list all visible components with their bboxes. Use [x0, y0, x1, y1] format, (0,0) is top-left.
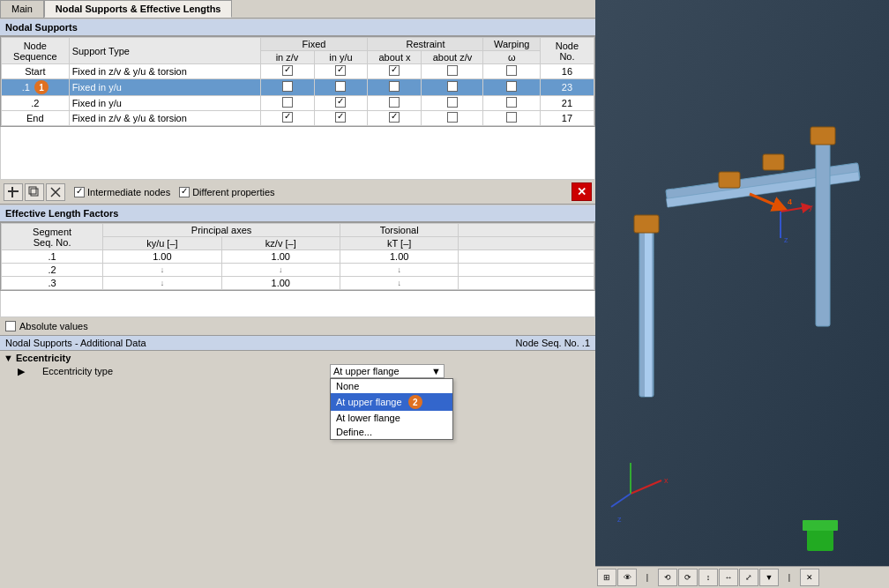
col-kzv: kz/v [–] [221, 237, 340, 250]
checkbox-rest-zv[interactable] [447, 81, 458, 92]
col-kyu: ky/u [–] [103, 237, 221, 250]
3d-tool-1[interactable]: ⊞ [597, 569, 616, 586]
3d-tool-5[interactable]: ↕ [698, 569, 718, 586]
3d-tool-8[interactable]: ✕ [800, 569, 819, 586]
svg-rect-33 [807, 529, 833, 551]
checkbox-rest-x[interactable] [389, 81, 400, 92]
dropdown-arrow-icon: ▼ [431, 366, 441, 376]
table-row[interactable]: .2 Fixed in y/u 21 [2, 96, 594, 111]
table-row[interactable]: .2 ↓ ↓ ↓ [2, 264, 594, 277]
svg-text:x: x [664, 476, 669, 485]
checkbox-rest-zv[interactable] [447, 65, 458, 76]
col-warp-omega: ω [483, 51, 540, 64]
col-support-type: Support Type [69, 38, 260, 64]
checkbox-fixed-yu[interactable] [335, 112, 346, 123]
add-row-button[interactable] [4, 183, 23, 201]
table-row[interactable]: .1 1.00 1.00 1.00 [2, 250, 594, 264]
checkbox-fixed-zv[interactable] [282, 65, 293, 76]
col-restraint-group: Restraint [368, 38, 483, 51]
eccentricity-row: ▶ Eccentricity type At upper flange ▼ No… [18, 363, 592, 379]
tab-bar: Main Nodal Supports & Effective Lengths [0, 0, 595, 19]
checkbox-fixed-zv[interactable] [282, 81, 293, 92]
eccentricity-dropdown[interactable]: At upper flange ▼ None At upper flange 2… [330, 364, 444, 378]
left-panel: Main Nodal Supports & Effective Lengths … [0, 0, 595, 588]
different-properties-checkbox[interactable] [179, 187, 190, 197]
dropdown-option-lower-flange[interactable]: At lower flange [331, 411, 452, 425]
checkbox-warp[interactable] [506, 65, 517, 76]
additional-data-title: Nodal Supports - Additional Data [5, 338, 146, 348]
collapse-icon: ▼ [4, 353, 13, 363]
intermediate-nodes-label[interactable]: Intermediate nodes [74, 187, 170, 197]
nodal-supports-section: NodeSequence Support Type Fixed Restrain… [0, 36, 595, 127]
delete-button[interactable] [46, 183, 65, 201]
table-row[interactable]: .3 ↓ 1.00 ↓ [2, 277, 594, 290]
checkbox-rest-x[interactable] [389, 65, 400, 76]
table-row[interactable]: .1 1 Fixed in y/u 23 [2, 79, 594, 96]
dropdown-option-define[interactable]: Define... [331, 425, 452, 439]
dropdown-option-upper-flange[interactable]: At upper flange 2 [331, 393, 452, 411]
svg-rect-1 [11, 187, 13, 197]
additional-data-header: Nodal Supports - Additional Data Node Se… [0, 336, 595, 351]
effective-length-section: SegmentSeq. No. Principal axes Torsional… [0, 222, 595, 291]
checkbox-fixed-yu[interactable] [335, 65, 346, 76]
table-row[interactable]: Start Fixed in z/v & y/u & torsion 16 [2, 64, 594, 79]
checkbox-rest-x[interactable] [389, 97, 400, 108]
badge-two: 2 [408, 395, 422, 409]
nodal-toolbar: Intermediate nodes Different properties … [0, 180, 595, 205]
effective-length-header: Effective Length Factors [0, 205, 595, 222]
checkbox-fixed-zv[interactable] [282, 97, 293, 108]
copy-icon [28, 186, 41, 198]
tab-nodal[interactable]: Nodal Supports & Effective Lengths [44, 0, 233, 18]
3d-bottom-toolbar: ⊞ 👁 | ⟲ ⟳ ↕ ↔ ⤢ ▼ | ✕ [595, 566, 889, 588]
intermediate-nodes-text: Intermediate nodes [87, 187, 170, 197]
3d-tool-4[interactable]: ⟳ [678, 569, 698, 586]
col-fixed-yu: in y/u [314, 51, 368, 64]
tree-indent: ▶ [18, 366, 25, 377]
checkbox-rest-x[interactable] [389, 112, 400, 123]
svg-rect-16 [645, 220, 652, 397]
close-button[interactable]: ✕ [572, 182, 592, 201]
3d-tool-7[interactable]: ⤢ [739, 569, 758, 586]
col-fixed-zv: in z/v [260, 51, 314, 64]
3d-tool-2[interactable]: 👁 [617, 569, 637, 586]
table-row[interactable]: End Fixed in z/v & y/u & torsion 17 [2, 111, 594, 126]
absolute-values-checkbox[interactable] [5, 321, 16, 331]
svg-rect-18 [634, 215, 659, 233]
col-seg-seq: SegmentSeq. No. [2, 224, 103, 250]
scene-svg: 4 y z x z [595, 0, 889, 588]
checkbox-warp[interactable] [506, 81, 517, 92]
checkbox-warp[interactable] [506, 97, 517, 108]
checkbox-rest-zv[interactable] [447, 112, 458, 123]
dropdown-menu: None At upper flange 2 At lower flange D… [330, 378, 453, 440]
node-seq-label: Node Seq. No. .1 [516, 338, 590, 348]
checkbox-fixed-yu[interactable] [335, 81, 346, 92]
checkbox-rest-zv[interactable] [447, 97, 458, 108]
tab-main[interactable]: Main [0, 0, 44, 18]
absolute-values-label: Absolute values [19, 321, 88, 331]
3d-tool-3[interactable]: ⟲ [658, 569, 677, 586]
col-node-seq: NodeSequence [2, 38, 70, 64]
delete-icon [49, 186, 62, 198]
dropdown-option-none[interactable]: None [331, 379, 452, 393]
svg-rect-3 [29, 187, 36, 194]
svg-text:4: 4 [788, 197, 792, 206]
empty-space [0, 127, 595, 180]
col-node-no: NodeNo. [540, 38, 594, 64]
col-kt: kT [–] [340, 237, 458, 250]
col-torsional: Torsional [340, 224, 458, 237]
checkbox-fixed-zv[interactable] [282, 112, 293, 123]
dropdown-3d[interactable]: ▼ [759, 569, 779, 586]
dropdown-trigger[interactable]: At upper flange ▼ [330, 364, 444, 378]
3d-view-panel: Top Left Front [595, 0, 889, 588]
intermediate-nodes-checkbox[interactable] [74, 187, 85, 197]
3d-tool-6[interactable]: ↔ [719, 569, 738, 586]
checkbox-warp[interactable] [506, 112, 517, 123]
checkbox-fixed-yu[interactable] [335, 97, 346, 108]
svg-rect-34 [803, 520, 838, 531]
col-rest-zv: about z/v [422, 51, 483, 64]
different-properties-label[interactable]: Different properties [179, 187, 274, 197]
copy-button[interactable] [25, 183, 44, 201]
col-warping-group: Warping [483, 38, 540, 51]
svg-rect-2 [31, 189, 38, 196]
eccentricity-collapse[interactable]: ▼ Eccentricity [4, 353, 592, 363]
